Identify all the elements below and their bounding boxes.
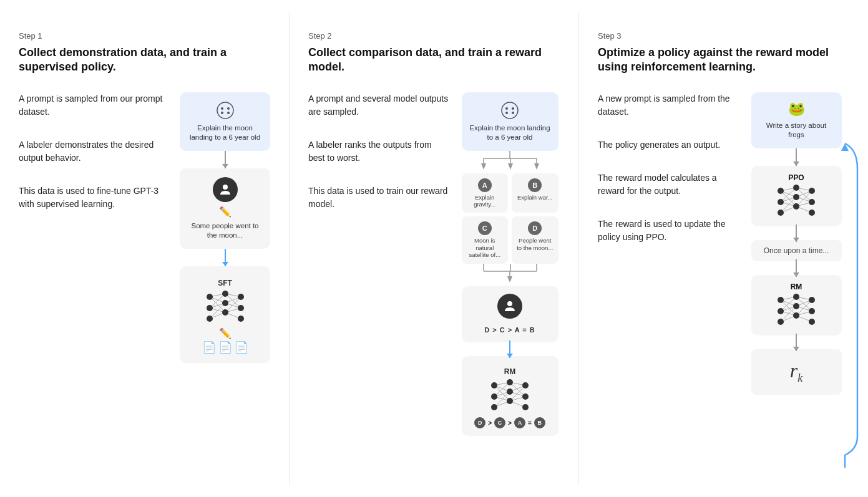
svg-point-115 (778, 319, 784, 325)
svg-point-91 (778, 210, 784, 216)
svg-point-73 (522, 404, 529, 410)
option-a-text: Explain gravity... (466, 194, 505, 208)
step3-desc1: A new prompt is sampled from the dataset… (598, 92, 733, 118)
option-d-text: People went to the moon... (515, 237, 555, 251)
step2-desc3: This data is used to train our reward mo… (308, 185, 450, 211)
step3-arrow3 (796, 261, 797, 275)
step1-labeler-card: ✏️ Some people went to the moon... (180, 168, 270, 249)
svg-marker-48 (507, 276, 512, 282)
frog-icon: 🐸 (788, 101, 805, 117)
output-text-card: Once upon a time... (751, 240, 842, 261)
arrow-blue2 (509, 340, 510, 358)
svg-point-65 (491, 382, 497, 388)
step1-labeler-text: Some people went to the moon... (187, 221, 263, 240)
step1-title: Collect demonstration data, and train a … (19, 46, 270, 75)
step3-rm-label: RM (791, 282, 802, 291)
output-text: Once upon a time... (764, 246, 829, 255)
svg-point-31 (505, 107, 508, 110)
ppo-neural-svg (774, 185, 818, 219)
step3-column: Step 3 Optimize a policy against the rew… (579, 12, 868, 485)
option-d: D People went to the moon... (512, 216, 558, 263)
step3-content: A new prompt is sampled from the dataset… (598, 92, 849, 472)
svg-point-24 (222, 291, 228, 297)
step2-arrow (509, 342, 510, 356)
svg-point-97 (809, 210, 815, 216)
step2-prompt-card: Explain the moon landing to a 6 year old (462, 92, 558, 151)
svg-point-121 (809, 319, 815, 325)
svg-marker-122 (841, 143, 849, 151)
step1-descriptions: A prompt is sampled from our prompt data… (19, 92, 170, 211)
svg-point-29 (238, 316, 244, 322)
page-container: Step 1 Collect demonstration data, and t… (0, 0, 868, 497)
person-svg2 (502, 299, 517, 314)
step2-column: Step 2 Collect comparison data, and trai… (290, 12, 579, 485)
option-b-text: Explain war... (517, 194, 553, 201)
svg-point-71 (522, 382, 529, 388)
svg-point-89 (778, 188, 784, 194)
svg-point-22 (207, 305, 213, 311)
option-c-text: Moon is natural satellite of... (466, 237, 505, 258)
svg-point-66 (491, 393, 497, 400)
svg-point-119 (809, 297, 815, 303)
svg-point-25 (222, 300, 228, 306)
step1-desc3: This data is used to fine-tune GPT-3 wit… (19, 185, 170, 211)
svg-marker-41 (508, 163, 513, 170)
bracket-arrow-svg (462, 151, 558, 173)
svg-point-90 (778, 199, 784, 205)
svg-point-96 (809, 199, 815, 205)
step1-model-label: SFT (218, 279, 232, 289)
step1-prompt-card: Explain the moon landing to a 6 year old (180, 92, 270, 151)
step1-content: A prompt is sampled from our prompt data… (19, 92, 270, 472)
step1-desc2: A labeler demonstrates the desired outpu… (19, 138, 170, 165)
svg-point-34 (512, 112, 514, 114)
svg-point-95 (809, 188, 815, 194)
svg-point-72 (522, 393, 529, 400)
option-c: C Moon is natural satellite of... (462, 216, 509, 263)
step1-label: Step 1 (19, 31, 270, 41)
ppo-label: PPO (788, 173, 804, 182)
step3-rm-card: RM (751, 275, 842, 335)
step3-arrow4 (796, 335, 797, 349)
prompt-icon (216, 101, 235, 120)
svg-point-28 (238, 305, 244, 311)
arrow-down3b (796, 224, 797, 242)
svg-point-4 (227, 112, 230, 114)
combine-arrow-container (462, 264, 558, 286)
step2-rm-ranking: D > C > A = B (474, 417, 545, 428)
step2-options-grid: A Explain gravity... B Explain war... C … (462, 173, 558, 264)
arrow-down3c (796, 259, 797, 277)
svg-point-49 (507, 301, 512, 306)
step3-title: Optimize a policy against the reward mod… (598, 46, 849, 75)
svg-point-68 (507, 379, 513, 385)
step3-rm-neural-svg (774, 294, 818, 328)
svg-point-113 (778, 297, 784, 303)
step3-label: Step 3 (598, 31, 849, 41)
step2-desc1: A prompt and several model outputs are s… (308, 92, 450, 118)
option-a: A Explain gravity... (462, 173, 509, 213)
svg-point-67 (491, 404, 497, 410)
step2-desc2: A labeler ranks the outputs from best to… (308, 138, 450, 165)
badge-a: A (478, 178, 492, 192)
step3-desc2: The policy generates an output. (598, 138, 733, 152)
step3-arrow1 (796, 148, 797, 166)
bracket-svg-container (462, 151, 558, 173)
svg-point-94 (793, 203, 799, 210)
step1-pencil: ✏️ (219, 206, 232, 218)
badge-d: D (528, 221, 542, 235)
svg-point-92 (793, 185, 799, 191)
svg-point-70 (507, 398, 513, 404)
step2-label: Step 2 (308, 31, 560, 41)
svg-point-116 (793, 294, 799, 300)
svg-point-118 (793, 312, 799, 319)
option-b: B Explain war... (512, 173, 558, 213)
svg-point-5 (223, 185, 228, 190)
svg-point-2 (227, 107, 230, 110)
svg-point-21 (207, 294, 213, 300)
svg-point-33 (505, 112, 508, 114)
svg-point-93 (793, 194, 799, 200)
arrow-down3 (796, 148, 797, 166)
arrow2 (225, 249, 226, 266)
step3-diagram: 🐸 Write a story about frogs PPO (743, 92, 849, 395)
person-svg (218, 182, 233, 197)
arrow1 (225, 151, 226, 168)
